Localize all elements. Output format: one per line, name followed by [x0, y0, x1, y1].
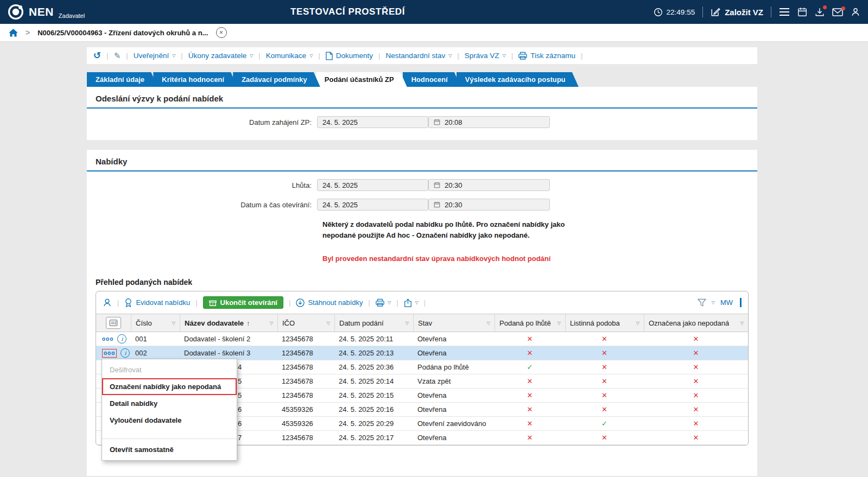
filter-caret-icon[interactable]: ▽ — [270, 321, 273, 326]
messages-icon[interactable] — [832, 8, 843, 16]
marked-nonsubmitted-mark — [693, 335, 699, 343]
tab-label: Základní údaje — [96, 75, 144, 84]
tab[interactable]: Výsledek zadávacího postupu — [457, 72, 579, 87]
menu-documents[interactable]: Dokumenty — [326, 52, 373, 60]
late-mark — [527, 335, 533, 343]
start-time-field[interactable]: 20:08 — [428, 116, 550, 128]
brand-subtitle: Zadavatel — [59, 12, 85, 19]
bid-row[interactable]: 001 Dodavatel - školení 2 12345678 24. 5… — [96, 332, 748, 346]
breadcrumb-record[interactable]: N006/25/V00004963 - Zřízení datových okr… — [37, 29, 208, 37]
create-vz-button[interactable]: Založit VZ — [711, 7, 763, 17]
field-label: Lhůta: — [87, 181, 317, 189]
edit-icon[interactable]: ✎ — [114, 52, 121, 60]
separator: | — [511, 52, 514, 60]
nonstandard-warning: Byl proveden nestandardní stav úprava na… — [322, 255, 757, 263]
close-record-icon[interactable] — [216, 27, 227, 38]
export-button[interactable]: ▽ — [404, 298, 419, 307]
tab[interactable]: Hodnocení — [403, 72, 461, 87]
brand[interactable]: NEN Zadavatel — [8, 4, 85, 20]
row-menu-icon[interactable] — [102, 349, 117, 358]
tab[interactable]: Kritéria hodnocení — [153, 72, 237, 87]
menu-print-record[interactable]: Tisk záznamu — [518, 52, 575, 60]
menu-hamburger-icon[interactable] — [779, 8, 790, 16]
menu-contractor-actions[interactable]: Úkony zadavatele▽ — [188, 52, 253, 60]
calendar-mini-icon[interactable] — [434, 201, 440, 208]
user-profile-icon[interactable] — [851, 7, 860, 17]
certificate-icon — [124, 298, 132, 307]
column-header[interactable]: Číslo ↑ ▽ — [131, 314, 180, 332]
filter-caret-icon[interactable]: ▽ — [636, 321, 639, 326]
filter-icon[interactable] — [698, 298, 706, 307]
column-settings-cell[interactable] — [96, 314, 131, 332]
print-table-button[interactable]: ▽ — [376, 298, 391, 307]
opening-date-field[interactable]: 24. 5. 2025 — [317, 199, 428, 211]
marked-nonsubmitted-mark — [693, 377, 699, 385]
column-header[interactable]: Název dodavatele ↑ ▽ — [180, 314, 277, 332]
separator: | — [378, 52, 381, 60]
tab[interactable]: Podání účastníků ZP — [316, 72, 407, 87]
separator: | — [117, 298, 119, 307]
filter-caret-icon[interactable]: ▽ — [487, 321, 490, 326]
separator: | — [195, 298, 197, 307]
filter-caret-icon[interactable]: ▽ — [557, 321, 561, 326]
chevron-down-icon: ▽ — [415, 300, 419, 305]
column-header[interactable]: Stav ↑ ▽ — [413, 314, 495, 332]
column-header[interactable]: Listinná podoba ↑ ▽ — [565, 314, 644, 332]
tab[interactable]: Základní údaje — [87, 72, 157, 87]
row-menu-icon[interactable] — [102, 335, 113, 343]
column-header[interactable]: IČO ↑ ▽ — [277, 314, 334, 332]
download-bids-button[interactable]: Stáhnout nabídky — [296, 298, 363, 307]
menu-vz-admin[interactable]: Správa VZ▽ — [465, 52, 506, 60]
cell-supplier-name: 5 — [238, 391, 242, 399]
paper-form-mark — [601, 419, 607, 428]
context-menu-item-label: Označení nabídky jako nepodaná — [110, 383, 221, 391]
filter-caret-icon[interactable]: ▽ — [172, 321, 175, 326]
column-header[interactable]: Označena jako nepodaná ↑ ▽ — [644, 314, 748, 332]
context-menu-item[interactable]: Označení nabídky jako nepodaná — [102, 378, 237, 395]
environment-title: TESTOVACÍ PROSTŘEDÍ — [290, 0, 405, 24]
filter-caret-icon[interactable]: ▽ — [406, 321, 409, 326]
mw-label[interactable]: MW — [720, 298, 733, 307]
row-info-icon[interactable] — [121, 348, 130, 358]
calendar-mini-icon[interactable] — [434, 119, 440, 125]
column-header[interactable]: Podaná po lhůtě ↑ ▽ — [495, 314, 565, 332]
separator: | — [424, 298, 426, 307]
chevron-right-icon: > — [26, 28, 30, 37]
home-icon[interactable] — [9, 29, 18, 37]
chevron-down-icon: ▽ — [388, 300, 391, 305]
calendar-icon[interactable] — [797, 7, 807, 17]
cell-submitted: 24. 5. 2025 20:13 — [334, 349, 413, 357]
row-info-icon[interactable] — [117, 334, 126, 344]
participant-search-icon[interactable] — [103, 298, 112, 307]
cell-status: Otevření zaevidováno — [413, 419, 495, 428]
start-date-field[interactable]: 24. 5. 2025 — [317, 116, 428, 128]
column-label: Označena jako nepodaná — [649, 319, 729, 327]
column-header[interactable]: Datum podání ↑ ▽ — [334, 314, 413, 332]
menu-nonstandard-state[interactable]: Nestandardní stav▽ — [386, 52, 452, 60]
paper-form-mark — [601, 391, 607, 399]
menu-communication[interactable]: Komunikace▽ — [266, 52, 313, 60]
filter-caret-icon[interactable]: ▽ — [327, 321, 330, 326]
context-menu-item[interactable]: Dešifrovat — [102, 361, 237, 378]
context-menu-item[interactable]: Vyloučení dodavatele — [102, 412, 237, 429]
opening-time-field[interactable]: 20:30 — [428, 199, 550, 211]
table-toolbar: | Evidovat nabídku | Ukončit otevírání — [96, 291, 748, 314]
history-icon[interactable]: ↺ — [93, 51, 101, 60]
separator: | — [457, 52, 459, 60]
downloads-icon[interactable] — [815, 7, 825, 17]
menu-publish[interactable]: Uveřejnění▽ — [134, 52, 175, 60]
cell-status: Vzata zpět — [413, 377, 495, 385]
column-settings-icon[interactable] — [106, 317, 121, 329]
deadline-date-field[interactable]: 24. 5. 2025 — [317, 179, 428, 191]
late-mark — [527, 363, 533, 371]
register-bid-button[interactable]: Evidovat nabídku — [124, 298, 190, 307]
chevron-down-icon[interactable]: ▽ — [712, 300, 715, 305]
calendar-mini-icon[interactable] — [434, 182, 440, 188]
context-menu-item[interactable]: Otevřít samostatně — [102, 438, 237, 458]
deadline-time-field[interactable]: 20:30 — [428, 179, 550, 191]
end-opening-button[interactable]: Ukončit otevírání — [203, 296, 283, 309]
context-menu-item[interactable]: Detail nabídky — [102, 395, 237, 412]
tab[interactable]: Zadávací podmínky — [233, 72, 320, 87]
section-rule — [87, 107, 757, 109]
filter-caret-icon[interactable]: ▽ — [740, 321, 744, 326]
